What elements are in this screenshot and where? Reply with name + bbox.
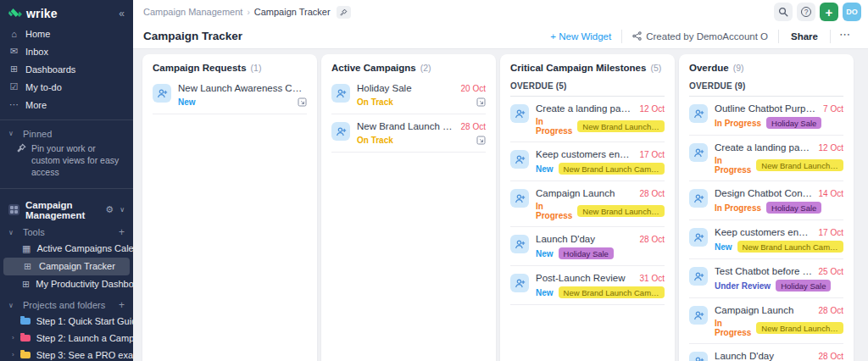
sidebar-tool-item[interactable]: ⊞ My Productivity Dashboard	[3, 275, 130, 293]
task-title[interactable]: Outline Chatbot Purpose	[715, 103, 818, 114]
sidebar-tool-item[interactable]: ⊞ Campaign Tracker	[3, 258, 130, 275]
task-title[interactable]: New Launch Awareness Campaign	[178, 83, 307, 93]
add-assignee-icon[interactable]	[689, 104, 708, 123]
open-preview-icon[interactable]	[476, 136, 486, 145]
create-button[interactable]: +	[820, 3, 838, 21]
sidebar-project-item[interactable]: › Step 1: Quick Start Guide	[0, 313, 133, 330]
task-project-tag[interactable]: New Brand Launch Campaign	[737, 241, 843, 253]
task-title[interactable]: Design Chatbot Conversations	[715, 188, 814, 198]
task-project-tag[interactable]: Holiday Sale	[559, 247, 614, 259]
open-preview-icon[interactable]	[298, 97, 307, 107]
task-card[interactable]: Keep customers engaged 17 Oct New New Br…	[689, 220, 843, 259]
chevron-right-icon[interactable]: ›	[12, 351, 14, 358]
add-assignee-icon[interactable]	[510, 104, 529, 123]
sidebar-section-pinned[interactable]: ∨ Pinned	[0, 126, 133, 141]
nav-icon: ⋯	[8, 99, 19, 110]
task-card[interactable]: Outline Chatbot Purpose 7 Oct In Progres…	[689, 97, 843, 136]
task-title[interactable]: New Brand Launch Campaign	[357, 121, 456, 131]
task-title[interactable]: Create a landing page to increase o...	[715, 142, 814, 153]
user-avatar[interactable]: DO	[843, 3, 861, 21]
created-by-button[interactable]: Created by DemoAccount O	[622, 31, 778, 42]
task-project-tag[interactable]: New Brand Launch Campaign	[756, 322, 843, 334]
chevron-down-icon[interactable]: ∨	[120, 206, 125, 214]
add-assignee-icon[interactable]	[689, 306, 708, 325]
task-card[interactable]: Campaign Launch 28 Oct In Progress New B…	[510, 181, 665, 227]
add-assignee-icon[interactable]	[689, 189, 708, 208]
add-assignee-icon[interactable]	[689, 143, 708, 162]
task-card[interactable]: Launch D'day 28 Oct New Holiday Sale	[510, 227, 665, 266]
task-card[interactable]: Create a landing page to increase o... 1…	[510, 97, 665, 142]
sidebar-nav-item[interactable]: ⋯ More	[0, 96, 133, 114]
sidebar-nav-item[interactable]: ✉ Inbox	[0, 42, 133, 60]
group-header-overdue[interactable]: OVERDUE (5)	[510, 76, 665, 97]
task-card[interactable]: New Launch Awareness Campaign New	[153, 76, 307, 114]
task-project-tag[interactable]: New Brand Launch Campaign	[559, 286, 665, 298]
sidebar-section-tools[interactable]: ∨ Tools +	[0, 225, 133, 240]
breadcrumb-parent[interactable]: Campaign Management	[143, 7, 242, 17]
task-card[interactable]: Holiday Sale 20 Oct On Track	[331, 76, 486, 114]
task-title[interactable]: Campaign Launch	[536, 188, 635, 198]
space-selector[interactable]: Campaign Management ⚙ ∨	[0, 195, 133, 225]
pin-view-button[interactable]	[337, 6, 351, 19]
search-button[interactable]	[774, 3, 793, 21]
task-project-tag[interactable]: New Brand Launch Campaign	[577, 205, 665, 217]
wrike-logo-text[interactable]: wrike	[26, 7, 58, 20]
sidebar-tool-item[interactable]: ▦ Active Campaigns Calendar	[3, 240, 130, 258]
sidebar-nav-item[interactable]: ⊞ Dashboards	[0, 60, 133, 78]
add-assignee-icon[interactable]	[689, 352, 708, 361]
help-button[interactable]: ?	[797, 3, 815, 21]
add-assignee-icon[interactable]	[689, 228, 708, 247]
task-project-tag[interactable]: New Brand Launch Campaign	[577, 120, 665, 132]
add-assignee-icon[interactable]	[510, 189, 529, 208]
task-project-tag[interactable]: Holiday Sale	[776, 280, 831, 292]
task-title[interactable]: Post-Launch Review	[536, 273, 635, 283]
add-assignee-icon[interactable]	[689, 267, 708, 286]
task-card[interactable]: New Brand Launch Campaign 28 Oct On Trac…	[331, 114, 486, 153]
share-button[interactable]: Share	[779, 31, 830, 42]
add-assignee-icon[interactable]	[510, 150, 529, 169]
task-card[interactable]: Launch D'day 28 Oct New Holiday Sale	[689, 344, 843, 361]
task-due-date: 28 Oct	[640, 189, 665, 198]
task-card[interactable]: Test Chatbot before launch 25 Oct Under …	[689, 259, 843, 298]
task-project-tag[interactable]: New Brand Launch Campaign	[559, 163, 665, 175]
task-title[interactable]: Keep customers engaged	[536, 149, 635, 159]
task-title[interactable]: Launch D'day	[715, 351, 814, 361]
task-title[interactable]: Holiday Sale	[357, 83, 456, 93]
new-widget-button[interactable]: + New Widget	[540, 31, 621, 42]
task-due-date: 28 Oct	[640, 235, 665, 244]
task-card[interactable]: Create a landing page to increase o... 1…	[689, 136, 843, 181]
task-title[interactable]: Keep customers engaged	[715, 227, 814, 237]
collapse-sidebar-icon[interactable]: «	[119, 8, 125, 19]
task-project-tag[interactable]: Holiday Sale	[766, 117, 821, 129]
open-preview-icon[interactable]	[476, 97, 486, 107]
add-project-icon[interactable]: +	[119, 299, 125, 311]
chevron-right-icon[interactable]: ›	[12, 334, 14, 342]
group-header-overdue[interactable]: OVERDUE (9)	[689, 76, 843, 97]
sidebar-section-projects[interactable]: ∨ Projects and folders +	[0, 298, 133, 313]
task-title[interactable]: Create a landing page to increase o...	[536, 103, 635, 114]
task-card[interactable]: Post-Launch Review 31 Oct New New Brand …	[510, 266, 665, 305]
add-assignee-icon[interactable]	[153, 84, 171, 103]
task-title[interactable]: Campaign Launch	[715, 305, 814, 315]
more-options-icon[interactable]: ⋯	[831, 28, 860, 44]
task-project-tag[interactable]: Holiday Sale	[766, 202, 821, 214]
task-card[interactable]: Keep customers engaged 17 Oct New New Br…	[510, 142, 665, 181]
sidebar-nav-item[interactable]: ⌂ Home	[0, 25, 133, 42]
gear-icon[interactable]: ⚙	[105, 204, 114, 215]
add-assignee-icon[interactable]	[331, 84, 350, 103]
add-tool-icon[interactable]: +	[119, 226, 125, 238]
task-card[interactable]: Campaign Launch 28 Oct In Progress New B…	[689, 298, 843, 344]
breadcrumb-current[interactable]: Campaign Tracker	[254, 7, 331, 17]
space-avatar	[8, 204, 19, 215]
sidebar-project-item[interactable]: › Step 2: Launch a Campaign	[0, 330, 133, 347]
task-project-tag[interactable]: New Brand Launch Campaign	[756, 159, 843, 171]
sidebar-nav-item[interactable]: ☑ My to-do	[0, 78, 133, 96]
widget-count: (9)	[733, 63, 744, 73]
task-title[interactable]: Launch D'day	[536, 234, 635, 244]
sidebar-project-item[interactable]: › Step 3: See a PRO example	[0, 347, 133, 361]
task-card[interactable]: Design Chatbot Conversations 14 Oct In P…	[689, 181, 843, 220]
add-assignee-icon[interactable]	[510, 235, 529, 253]
add-assignee-icon[interactable]	[510, 274, 529, 292]
task-title[interactable]: Test Chatbot before launch	[715, 266, 814, 276]
add-assignee-icon[interactable]	[331, 122, 350, 141]
